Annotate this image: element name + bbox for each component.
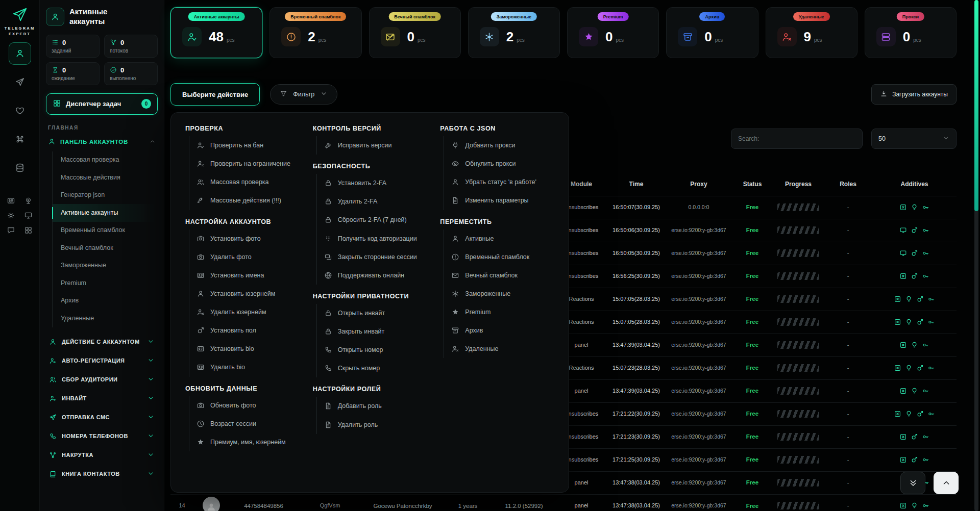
sidebar-section[interactable]: КНИГА КОНТАКТОВ	[46, 465, 158, 483]
sidebar-section[interactable]: ИНВАЙТ	[46, 389, 158, 408]
sidebar-section[interactable]: АВТО-РЕГИСТРАЦИЯ	[46, 351, 158, 370]
rail-webcam-button[interactable]	[23, 196, 34, 205]
select-action-button[interactable]: Выберите действие	[170, 83, 260, 106]
menu-item-label: Изменить параметры	[465, 196, 528, 205]
menu-item[interactable]: Открыть номер	[317, 341, 427, 359]
menu-item[interactable]: Удалить роль	[317, 416, 427, 434]
column-header-roles[interactable]: Roles	[824, 172, 872, 196]
sidebar-section[interactable]: ОТПРАВКА СМС	[46, 408, 158, 427]
male-icon	[911, 249, 918, 257]
menu-item[interactable]: Массовая проверка	[189, 173, 300, 191]
menu-item[interactable]: Открыть инвайт	[317, 304, 427, 322]
menu-item[interactable]: Временный спамблок	[444, 248, 554, 266]
menu-item[interactable]: Удалить bio	[189, 358, 300, 376]
rail-chat-button[interactable]	[6, 226, 17, 235]
menu-item[interactable]: Установить имена	[189, 266, 300, 285]
sidebar-item[interactable]: Временный спамблок	[53, 222, 158, 240]
menu-item[interactable]: Установить юзернейм	[189, 285, 300, 303]
stat-card-proxy[interactable]: Прокси0pcs	[865, 7, 957, 58]
rail-actions-button[interactable]	[9, 128, 31, 150]
menu-item[interactable]: Удаленные	[444, 340, 554, 358]
menu-item[interactable]: Обнулить прокси	[444, 155, 554, 173]
menu-item[interactable]: Вечный спамблок	[444, 266, 554, 285]
filter-button[interactable]: Фильтр	[270, 84, 337, 105]
page-scrollbar[interactable]	[974, 0, 978, 511]
menu-item[interactable]: Установить пол	[189, 321, 300, 340]
menu-item[interactable]: Скрыть номер	[317, 359, 427, 377]
rail-favorites-button[interactable]	[9, 99, 31, 122]
upload-accounts-button[interactable]: Загрузить аккаунты	[871, 84, 957, 105]
sidebar-section[interactable]: НОМЕРА ТЕЛЕФОНОВ	[46, 427, 158, 446]
menu-item[interactable]: Исправить версии	[317, 136, 427, 155]
key-icon	[922, 226, 929, 234]
menu-item[interactable]: Убрать статус 'в работе'	[444, 173, 554, 191]
task-manager-button[interactable]: Диспетчер задач 0	[46, 93, 158, 115]
page-size-select[interactable]: 50	[871, 129, 957, 149]
stat-card-active[interactable]: Активные аккаунты48pcs	[170, 7, 262, 58]
menu-item[interactable]: Удалить юзернейм	[189, 303, 300, 321]
stat-card-frozen[interactable]: Замороженные2pcs	[468, 7, 560, 58]
stat-card-archive[interactable]: Архив0pcs	[666, 7, 758, 58]
rail-monitor-button[interactable]	[23, 211, 34, 220]
sidebar-item[interactable]: Вечный спамблок	[53, 239, 158, 257]
menu-item[interactable]: Массовые действия (!!!)	[189, 191, 300, 210]
menu-item[interactable]: Получить код авторизации	[317, 229, 427, 248]
sidebar-item[interactable]: Активные аккаунты	[53, 204, 158, 222]
menu-item[interactable]: Удалить 2-FA	[317, 192, 427, 211]
sidebar-item[interactable]: Удаленные	[53, 310, 158, 327]
column-header-progress[interactable]: Progress	[773, 172, 824, 196]
menu-item[interactable]: Закрыть инвайт	[317, 322, 427, 341]
sidebar-item[interactable]: Premium	[53, 274, 158, 292]
rail-apps-button[interactable]	[23, 226, 34, 235]
menu-item[interactable]: Возраст сессии	[189, 415, 300, 433]
column-header-proxy[interactable]: Proxy	[666, 172, 732, 196]
sidebar-section[interactable]: ДЕЙСТВИЕ С АККАУНТОМ	[46, 333, 158, 351]
table-row[interactable]: 14447584849856QgfVsmGocewu Patoncchrkby1…	[170, 494, 957, 511]
menu-item[interactable]: Изменить параметры	[444, 191, 554, 210]
menu-item[interactable]: Удалить фото	[189, 248, 300, 266]
sidebar-section[interactable]: СБОР АУДИТОРИИ	[46, 370, 158, 389]
menu-item[interactable]: Проверить на бан	[189, 136, 300, 155]
sidebar-item[interactable]: Архив	[53, 292, 158, 310]
menu-item[interactable]: Установить bio	[189, 340, 300, 358]
menu-item[interactable]: Установить 2-FA	[317, 174, 427, 192]
sidebar-section-accounts-panel[interactable]: ПАНЕЛЬ АККАУНТОВ	[46, 134, 158, 150]
search-input[interactable]	[731, 129, 863, 149]
sidebar-section[interactable]: НАКРУТКА	[46, 446, 158, 465]
scrollbar-thumb[interactable]	[974, 0, 978, 211]
scroll-down-button[interactable]	[900, 472, 925, 494]
scroll-top-button[interactable]	[934, 472, 959, 494]
column-header-additives[interactable]: Additives	[872, 172, 957, 196]
stat-card-perm-spamblock[interactable]: Вечный спамблок0pcs	[369, 7, 461, 58]
rail-accounts-button[interactable]	[9, 42, 31, 65]
rail-id-card-button[interactable]	[6, 196, 17, 205]
cell-proxy: erse.io:9200:y-gb:3d67	[666, 334, 732, 356]
menu-item[interactable]: Премиум, имя, юзернейм	[189, 433, 300, 451]
rail-sender-button[interactable]	[9, 71, 31, 93]
menu-item[interactable]: Проверить на ограничение	[189, 155, 300, 173]
menu-item[interactable]: Сбросить 2-FA (7 дней)	[317, 211, 427, 229]
stat-card-premium[interactable]: Premium0pcs	[567, 7, 659, 58]
sidebar-item[interactable]: Массовые действия	[53, 169, 158, 187]
sidebar-item[interactable]: Замороженные	[53, 257, 158, 275]
menu-item[interactable]: Закрыть сторонние сессии	[317, 248, 427, 266]
stat-card-deleted[interactable]: Удаленные9pcs	[766, 7, 857, 58]
x-square-icon	[899, 203, 907, 211]
menu-item[interactable]: Premium	[444, 303, 554, 321]
menu-item[interactable]: Установить фото	[189, 229, 300, 248]
sidebar-item[interactable]: Массовая проверка	[53, 151, 158, 169]
menu-item[interactable]: Поддерживать онлайн	[317, 266, 427, 285]
column-header-status[interactable]: Status	[732, 172, 773, 196]
sidebar-item[interactable]: Генератор json	[53, 187, 158, 205]
menu-item[interactable]: Замороженные	[444, 285, 554, 303]
stat-card-value: 0	[903, 29, 910, 45]
column-header-time[interactable]: Time	[607, 172, 666, 196]
menu-item[interactable]: Добавить прокси	[444, 136, 554, 155]
menu-item[interactable]: Архив	[444, 321, 554, 340]
menu-item[interactable]: Добавить роль	[317, 397, 427, 415]
menu-item[interactable]: Обновить фото	[189, 396, 300, 415]
menu-item[interactable]: Активные	[444, 229, 554, 248]
rail-database-button[interactable]	[9, 157, 31, 179]
stat-card-temp-spamblock[interactable]: Временный спамблок2pcs	[270, 7, 361, 58]
rail-settings-button[interactable]	[6, 211, 17, 220]
